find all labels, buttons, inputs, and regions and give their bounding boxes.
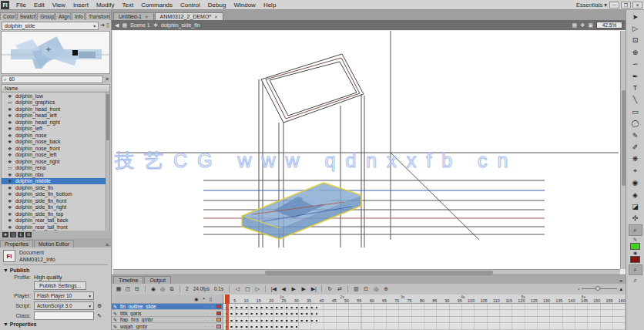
close-icon[interactable]: ✕ [145, 15, 149, 19]
zoom-level-input[interactable]: 42.5% [596, 22, 622, 29]
menu-item[interactable]: File [12, 2, 30, 8]
line-tool[interactable]: ╲ [629, 94, 642, 106]
layer-outline-color-chip[interactable] [216, 305, 221, 308]
breadcrumb-scene[interactable]: Scene 1 [130, 22, 150, 28]
document-tab[interactable]: ANM0312_2_DEMO* ✕ [155, 12, 223, 20]
pen-tool[interactable]: ✒ [629, 70, 642, 82]
center-playhead-button[interactable]: ⊡ [362, 286, 370, 292]
panel-tab[interactable]: Align [55, 12, 71, 20]
timeline-tab[interactable]: Timeline [113, 276, 143, 284]
panel-tab[interactable]: Transform [86, 12, 110, 20]
menu-item[interactable]: Modify [92, 2, 119, 8]
library-item[interactable]: ❖ dolphin_ribs [2, 171, 109, 178]
window-button[interactable]: ❐ [621, 2, 631, 8]
frame-size-slider[interactable]: ▫ ▴ [578, 286, 622, 292]
text-tool[interactable]: T [629, 82, 642, 93]
eraser-tool[interactable]: ◪ [629, 200, 642, 212]
play-button[interactable]: ▶ [290, 286, 297, 292]
menu-item[interactable]: Control [176, 2, 204, 8]
script-select[interactable]: ActionScript 3.0 ▾ [34, 301, 94, 310]
new-folder-button[interactable]: ◫ [124, 286, 132, 292]
step-forward-button[interactable]: ▷ [253, 286, 261, 292]
publish-section-header[interactable]: ▼ Publish [3, 268, 108, 273]
library-item[interactable]: ❖ dolphin_side_fin_top [2, 210, 109, 217]
library-name-column-header[interactable]: Name [1, 84, 110, 93]
layer-lock-dot[interactable]: · [210, 318, 215, 322]
lasso-tool[interactable]: ∽ [629, 59, 642, 70]
layer-frames-row[interactable] [223, 304, 626, 311]
library-item[interactable]: ❖ dolphin_head_right [2, 119, 109, 126]
layer-visibility-dot[interactable]: · [203, 324, 208, 328]
library-footer-icon[interactable]: ⊟ [25, 232, 32, 237]
goto-first-frame-button[interactable]: |◀ [270, 286, 277, 292]
free-transform-tool[interactable]: ⊡ [629, 35, 642, 46]
breadcrumb-symbol[interactable]: dolphin_side_fin [161, 22, 200, 28]
stroke-color-swatch[interactable] [630, 243, 640, 250]
new-library-panel-icon[interactable]: ▯ [106, 22, 109, 29]
panel-tab[interactable]: Color [0, 12, 16, 20]
layer-outline-color-chip[interactable] [216, 318, 221, 322]
menu-item[interactable]: Text [118, 2, 137, 8]
menu-item[interactable]: View [49, 2, 69, 8]
properties-tab[interactable]: Motion Editor [34, 240, 74, 248]
library-footer-icon[interactable]: ◫ [10, 232, 16, 237]
menu-item[interactable]: Window [230, 2, 259, 8]
publish-settings-button[interactable]: Publish Settings... [34, 281, 86, 290]
playhead[interactable] [226, 295, 229, 330]
panel-tab[interactable]: Info [72, 12, 85, 20]
show-hide-column-icon[interactable]: ◉ [194, 296, 198, 301]
bone-tool[interactable]: ⌖ [629, 165, 642, 177]
layer-frames-row[interactable] [223, 310, 626, 317]
3d-rotation-tool[interactable]: ⊕ [629, 46, 642, 58]
timeline-layer-row[interactable]: ✎ titik_garis · · [112, 310, 223, 317]
player-select[interactable]: Flash Player 10 ▾ [34, 291, 94, 300]
library-scrollbar[interactable] [106, 93, 109, 231]
document-name[interactable]: ANM0312_Info [19, 257, 55, 262]
deco-tool[interactable]: ❋ [629, 153, 642, 165]
onion-outline-button[interactable]: ◎ [159, 286, 166, 292]
menu-item[interactable]: Edit [30, 2, 49, 8]
fill-color-swatch[interactable] [630, 256, 640, 263]
next-frame-button[interactable]: ▶ [300, 286, 307, 292]
panel-menu-icon[interactable]: ≡ [616, 278, 626, 284]
window-button[interactable]: — [609, 2, 619, 8]
goto-last-frame-button[interactable]: ▶| [310, 286, 317, 292]
layer-visibility-dot[interactable]: · [203, 311, 208, 315]
lock-column-icon[interactable]: ▪ [203, 296, 205, 301]
library-item[interactable]: ❖ dolphin_nose_left [2, 152, 109, 159]
wrench-icon[interactable]: ⚙ [97, 303, 102, 309]
library-item[interactable]: ❖ dolphin_head_front [2, 106, 109, 113]
class-field[interactable] [34, 311, 94, 320]
library-item[interactable]: ❖ dolphin_low [2, 93, 109, 99]
layer-outline-color-chip[interactable] [216, 311, 221, 315]
close-icon[interactable]: ✕ [214, 15, 218, 19]
library-search-input[interactable]: ⌕ 60 [2, 76, 103, 83]
layer-lock-dot[interactable]: · [210, 304, 215, 308]
panel-menu-icon[interactable]: ≡ [103, 242, 111, 248]
paint-bucket-tool[interactable]: ◉ [629, 177, 642, 188]
brush-tool[interactable]: ✐ [629, 141, 642, 153]
timeline-layer-row[interactable]: ✎ flap_fins_gmbr · · [112, 317, 223, 324]
layer-frames-row[interactable] [223, 317, 626, 324]
library-item[interactable]: ❖ dolphin_nose_back [2, 139, 109, 146]
library-item[interactable]: ❖ dolphin_middle [2, 178, 109, 185]
library-footer-icon[interactable]: ❖ [2, 232, 8, 237]
panel-tab[interactable]: Swatch [17, 12, 37, 20]
subselection-tool[interactable]: ▷ [629, 22, 642, 34]
stage-vertical-scrollbar[interactable] [620, 31, 626, 269]
loop-button[interactable]: ↻ [326, 286, 334, 292]
onion-markers-button[interactable]: ▥ [352, 286, 360, 292]
selection-tool[interactable]: ➤ [629, 11, 642, 22]
eyedropper-tool[interactable]: ◈ [629, 189, 642, 200]
edit-symbol-icon[interactable]: ❖ [580, 22, 585, 29]
timeline-layer-row[interactable]: ✎ fin_outline_slide · · [112, 304, 223, 311]
pencil-tool[interactable]: ✎ [629, 130, 642, 141]
library-item[interactable]: ❖ dolphin_side_fin_right [2, 204, 109, 211]
layer-lock-dot[interactable]: · [210, 324, 215, 328]
menu-item[interactable]: Insert [69, 2, 92, 8]
library-item[interactable]: ❖ dolphin_rear_tail_back [2, 217, 109, 224]
expand-button[interactable]: ⊕ [382, 286, 390, 292]
layer-visibility-dot[interactable]: · [203, 304, 208, 308]
oval-tool[interactable]: ◯ [629, 118, 642, 130]
outline-column-icon[interactable]: ▯ [210, 296, 212, 301]
